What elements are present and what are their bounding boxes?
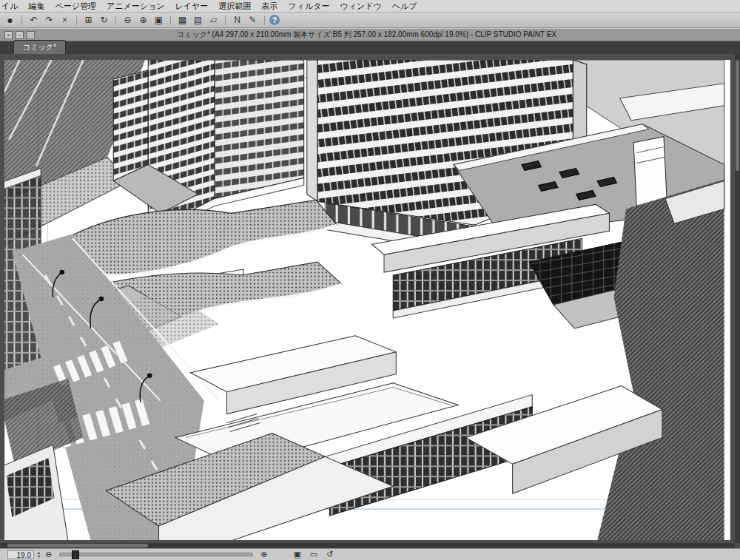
menu-view[interactable]: 表示 <box>256 1 283 12</box>
toolbar-separator <box>170 16 171 25</box>
clip-studio-logo-icon[interactable]: ● <box>3 14 17 27</box>
toolbar-separator <box>225 16 226 25</box>
fit-to-screen-icon[interactable]: ▣ <box>152 14 166 27</box>
document-title-bar: × − □ コミック* (A4 297.00 x 210.00mm 製本サイズ:… <box>0 28 740 41</box>
menu-edit[interactable]: 編集 <box>24 1 50 12</box>
special-ruler-icon[interactable]: ▱ <box>206 14 221 27</box>
reset-rotation-icon[interactable]: ↺ <box>325 550 334 559</box>
clear-icon[interactable]: × <box>58 14 72 27</box>
vertical-scrollbar-thumb[interactable] <box>736 60 739 171</box>
actual-size-icon[interactable]: ▭ <box>309 550 319 559</box>
window-controls: × − □ <box>4 31 35 39</box>
view-controls: ▣ ▭ ↺ <box>292 550 334 559</box>
zoom-stepper[interactable]: ▴ ▾ <box>38 551 40 559</box>
rotate-view-icon[interactable]: ↻ <box>97 14 111 27</box>
document-tab-bar: コミック* <box>0 41 740 54</box>
menu-window[interactable]: ウィンドウ <box>334 1 386 12</box>
document-tab[interactable]: コミック* <box>13 40 66 54</box>
close-button[interactable]: × <box>4 31 13 39</box>
toolbar-separator <box>264 16 265 25</box>
pen-icon[interactable]: ✎ <box>246 14 260 27</box>
workspace <box>0 54 740 548</box>
zoom-slider[interactable] <box>59 553 253 556</box>
document-title: コミック* (A4 297.00 x 210.00mm 製本サイズ:B5 判 2… <box>42 30 736 40</box>
canvas-area[interactable] <box>0 54 735 543</box>
vertical-scrollbar[interactable] <box>735 54 740 543</box>
menu-page-manage[interactable]: ページ管理 <box>50 1 102 12</box>
minimize-button[interactable]: − <box>16 31 24 39</box>
menu-animation[interactable]: アニメーション <box>101 1 170 12</box>
toolbar-separator <box>115 16 116 25</box>
toolbar-separator <box>21 16 22 25</box>
undo-icon[interactable]: ↶ <box>27 14 41 27</box>
maximize-button[interactable]: □ <box>27 31 35 39</box>
help-icon[interactable]: ? <box>269 15 280 25</box>
canvas-artwork[interactable] <box>0 54 735 543</box>
zoom-value[interactable]: 19.0 <box>7 550 34 559</box>
zoom-out-icon[interactable]: ⊖ <box>121 14 135 27</box>
toolbar-separator <box>76 16 77 25</box>
menu-layer[interactable]: レイヤー <box>170 1 214 12</box>
zoom-step-down-icon[interactable]: ▾ <box>38 555 40 559</box>
horizontal-scrollbar-thumb[interactable] <box>7 544 148 547</box>
zoom-in-icon[interactable]: ⊕ <box>136 14 150 27</box>
status-bar: 19.0 ▴ ▾ ⊖ ⊕ ▣ ▭ ↺ <box>0 548 740 560</box>
fit-to-screen-icon[interactable]: ▣ <box>292 550 302 559</box>
zoom-out-icon[interactable]: ⊖ <box>44 550 53 559</box>
menu-file[interactable]: イル <box>0 1 24 12</box>
grid-icon[interactable]: ▦ <box>175 14 189 27</box>
menu-filter[interactable]: フィルター <box>283 1 334 12</box>
horizontal-scrollbar[interactable] <box>0 543 735 548</box>
menu-bar: イル 編集 ページ管理 アニメーション レイヤー 選択範囲 表示 フィルター ウ… <box>0 0 740 13</box>
zoom-slider-handle[interactable] <box>72 550 79 559</box>
command-toolbar: ● ↶ ↷ × ⊞ ↻ ⊖ ⊕ ▣ ▦ ▤ ▱ N ✎ ? <box>0 13 740 28</box>
menu-help[interactable]: ヘルプ <box>387 1 423 12</box>
navigator-icon[interactable]: N <box>230 14 244 27</box>
redo-icon[interactable]: ↷ <box>42 14 56 27</box>
zoom-in-icon[interactable]: ⊕ <box>259 550 269 559</box>
snap-ruler-icon[interactable]: ▤ <box>191 14 205 27</box>
menu-selection[interactable]: 選択範囲 <box>213 1 256 12</box>
move-tool-icon[interactable]: ⊞ <box>81 14 95 27</box>
